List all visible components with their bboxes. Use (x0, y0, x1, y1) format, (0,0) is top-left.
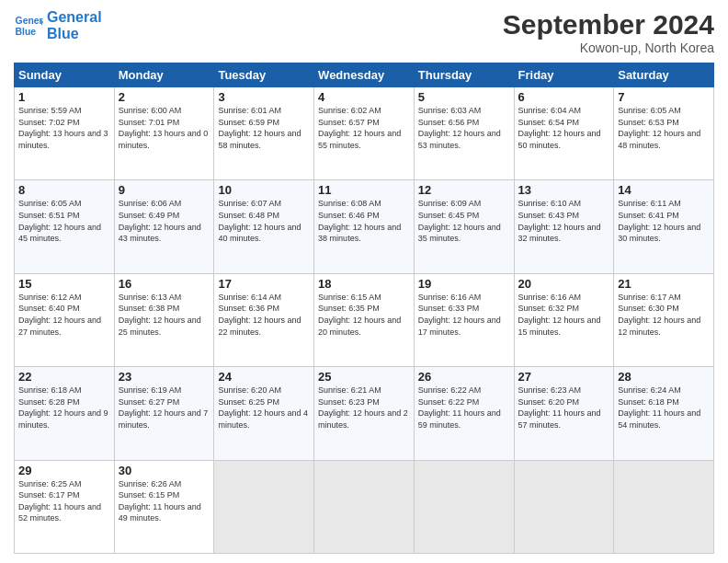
calendar-cell: 27Sunrise: 6:23 AMSunset: 6:20 PMDayligh… (514, 367, 614, 460)
calendar-cell: 23Sunrise: 6:19 AMSunset: 6:27 PMDayligh… (114, 367, 214, 460)
day-info: Sunrise: 5:59 AMSunset: 7:02 PMDaylight:… (18, 105, 110, 151)
calendar-cell (214, 460, 314, 553)
logo-icon: General Blue (14, 11, 43, 40)
calendar-cell: 16Sunrise: 6:13 AMSunset: 6:38 PMDayligh… (114, 273, 214, 366)
day-info: Sunrise: 6:02 AMSunset: 6:57 PMDaylight:… (318, 105, 410, 151)
day-info: Sunrise: 6:23 AMSunset: 6:20 PMDaylight:… (518, 385, 610, 431)
day-number: 1 (18, 90, 110, 104)
calendar-cell: 4Sunrise: 6:02 AMSunset: 6:57 PMDaylight… (314, 87, 415, 180)
calendar-cell: 6Sunrise: 6:04 AMSunset: 6:54 PMDaylight… (514, 87, 614, 180)
day-number: 10 (218, 183, 310, 197)
day-number: 9 (119, 183, 210, 197)
calendar-week-row: 22Sunrise: 6:18 AMSunset: 6:28 PMDayligh… (15, 367, 714, 460)
header: General Blue General Blue September 2024… (14, 9, 714, 55)
svg-text:Blue: Blue (16, 26, 37, 36)
calendar-cell: 26Sunrise: 6:22 AMSunset: 6:22 PMDayligh… (414, 367, 514, 460)
day-info: Sunrise: 6:05 AMSunset: 6:53 PMDaylight:… (618, 105, 710, 151)
calendar-cell: 3Sunrise: 6:01 AMSunset: 6:59 PMDaylight… (214, 87, 314, 180)
day-number: 7 (618, 90, 710, 104)
day-number: 29 (18, 464, 110, 477)
day-info: Sunrise: 6:16 AMSunset: 6:33 PMDaylight:… (418, 292, 510, 338)
day-number: 4 (318, 90, 410, 104)
day-number: 17 (218, 277, 310, 291)
calendar-cell: 10Sunrise: 6:07 AMSunset: 6:48 PMDayligh… (214, 180, 314, 273)
logo: General Blue General Blue (14, 9, 102, 41)
day-info: Sunrise: 6:24 AMSunset: 6:18 PMDaylight:… (618, 385, 710, 431)
calendar-cell: 17Sunrise: 6:14 AMSunset: 6:36 PMDayligh… (214, 273, 314, 366)
calendar-week-row: 15Sunrise: 6:12 AMSunset: 6:40 PMDayligh… (15, 273, 714, 366)
day-number: 16 (119, 277, 210, 291)
col-header-monday: Monday (114, 63, 214, 87)
calendar-week-row: 1Sunrise: 5:59 AMSunset: 7:02 PMDaylight… (15, 87, 714, 180)
day-info: Sunrise: 6:17 AMSunset: 6:30 PMDaylight:… (618, 292, 710, 338)
calendar-cell: 7Sunrise: 6:05 AMSunset: 6:53 PMDaylight… (614, 87, 714, 180)
col-header-friday: Friday (514, 63, 614, 87)
day-info: Sunrise: 6:07 AMSunset: 6:48 PMDaylight:… (218, 198, 310, 244)
calendar-cell: 2Sunrise: 6:00 AMSunset: 7:01 PMDaylight… (114, 87, 214, 180)
day-info: Sunrise: 6:22 AMSunset: 6:22 PMDaylight:… (418, 385, 510, 431)
day-number: 11 (318, 183, 410, 197)
day-number: 2 (119, 90, 210, 104)
day-number: 26 (418, 370, 510, 384)
day-number: 13 (518, 183, 610, 197)
day-number: 8 (18, 183, 110, 197)
calendar-cell: 1Sunrise: 5:59 AMSunset: 7:02 PMDaylight… (15, 87, 115, 180)
day-info: Sunrise: 6:16 AMSunset: 6:32 PMDaylight:… (518, 292, 610, 338)
day-number: 15 (18, 277, 110, 291)
calendar-cell: 30Sunrise: 6:26 AMSunset: 6:15 PMDayligh… (114, 460, 214, 553)
calendar-cell: 5Sunrise: 6:03 AMSunset: 6:56 PMDaylight… (414, 87, 514, 180)
calendar-cell: 13Sunrise: 6:10 AMSunset: 6:43 PMDayligh… (514, 180, 614, 273)
calendar-week-row: 8Sunrise: 6:05 AMSunset: 6:51 PMDaylight… (15, 180, 714, 273)
col-header-tuesday: Tuesday (214, 63, 314, 87)
day-number: 5 (418, 90, 510, 104)
day-number: 18 (318, 277, 410, 291)
calendar-cell: 29Sunrise: 6:25 AMSunset: 6:17 PMDayligh… (15, 460, 115, 553)
day-info: Sunrise: 6:15 AMSunset: 6:35 PMDaylight:… (318, 292, 410, 338)
calendar-cell: 20Sunrise: 6:16 AMSunset: 6:32 PMDayligh… (514, 273, 614, 366)
day-info: Sunrise: 6:21 AMSunset: 6:23 PMDaylight:… (318, 385, 410, 431)
day-number: 12 (418, 183, 510, 197)
calendar-cell: 19Sunrise: 6:16 AMSunset: 6:33 PMDayligh… (414, 273, 514, 366)
day-number: 22 (18, 370, 110, 384)
day-number: 30 (119, 464, 210, 477)
day-info: Sunrise: 6:04 AMSunset: 6:54 PMDaylight:… (518, 105, 610, 151)
day-info: Sunrise: 6:14 AMSunset: 6:36 PMDaylight:… (218, 292, 310, 338)
calendar-cell: 15Sunrise: 6:12 AMSunset: 6:40 PMDayligh… (15, 273, 115, 366)
calendar-table: SundayMondayTuesdayWednesdayThursdayFrid… (14, 63, 714, 554)
day-number: 24 (218, 370, 310, 384)
day-info: Sunrise: 6:05 AMSunset: 6:51 PMDaylight:… (18, 198, 110, 244)
title-block: September 2024 Kowon-up, North Korea (503, 9, 714, 55)
col-header-wednesday: Wednesday (314, 63, 415, 87)
day-number: 6 (518, 90, 610, 104)
day-info: Sunrise: 6:08 AMSunset: 6:46 PMDaylight:… (318, 198, 410, 244)
calendar-cell: 22Sunrise: 6:18 AMSunset: 6:28 PMDayligh… (15, 367, 115, 460)
day-number: 21 (618, 277, 710, 291)
calendar-week-row: 29Sunrise: 6:25 AMSunset: 6:17 PMDayligh… (15, 460, 714, 553)
location: Kowon-up, North Korea (503, 40, 714, 55)
day-info: Sunrise: 6:06 AMSunset: 6:49 PMDaylight:… (119, 198, 210, 244)
col-header-thursday: Thursday (414, 63, 514, 87)
day-info: Sunrise: 6:11 AMSunset: 6:41 PMDaylight:… (618, 198, 710, 244)
col-header-sunday: Sunday (15, 63, 115, 87)
day-info: Sunrise: 6:03 AMSunset: 6:56 PMDaylight:… (418, 105, 510, 151)
day-number: 23 (119, 370, 210, 384)
calendar-cell (314, 460, 415, 553)
calendar-cell: 28Sunrise: 6:24 AMSunset: 6:18 PMDayligh… (614, 367, 714, 460)
day-info: Sunrise: 6:18 AMSunset: 6:28 PMDaylight:… (18, 385, 110, 431)
day-info: Sunrise: 6:19 AMSunset: 6:27 PMDaylight:… (119, 385, 210, 431)
day-info: Sunrise: 6:01 AMSunset: 6:59 PMDaylight:… (218, 105, 310, 151)
day-info: Sunrise: 6:12 AMSunset: 6:40 PMDaylight:… (18, 292, 110, 338)
calendar-cell: 21Sunrise: 6:17 AMSunset: 6:30 PMDayligh… (614, 273, 714, 366)
day-number: 27 (518, 370, 610, 384)
day-number: 14 (618, 183, 710, 197)
day-number: 28 (618, 370, 710, 384)
day-info: Sunrise: 6:00 AMSunset: 7:01 PMDaylight:… (119, 105, 210, 151)
calendar-cell: 24Sunrise: 6:20 AMSunset: 6:25 PMDayligh… (214, 367, 314, 460)
svg-text:General: General (16, 16, 43, 26)
page: General Blue General Blue September 2024… (0, 0, 728, 563)
month-title: September 2024 (503, 9, 714, 40)
day-info: Sunrise: 6:09 AMSunset: 6:45 PMDaylight:… (418, 198, 510, 244)
calendar-cell: 14Sunrise: 6:11 AMSunset: 6:41 PMDayligh… (614, 180, 714, 273)
day-info: Sunrise: 6:10 AMSunset: 6:43 PMDaylight:… (518, 198, 610, 244)
calendar-cell: 18Sunrise: 6:15 AMSunset: 6:35 PMDayligh… (314, 273, 415, 366)
